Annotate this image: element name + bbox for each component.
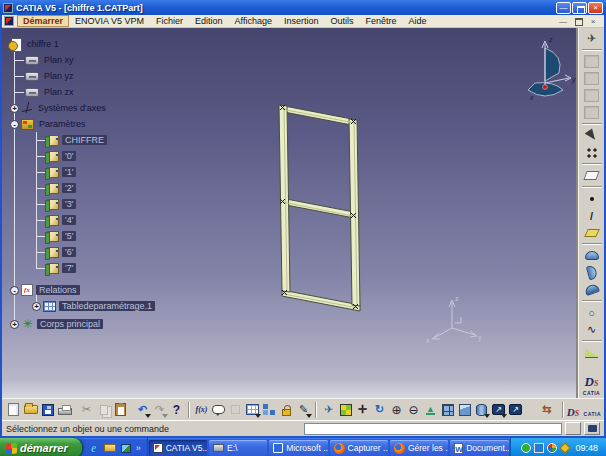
- taskbar-button-microsoft[interactable]: Microsoft ...: [269, 440, 327, 456]
- sketcher-icon[interactable]: [581, 167, 603, 184]
- swap-space-icon[interactable]: ⇆: [538, 401, 555, 419]
- help-icon[interactable]: ?: [168, 401, 185, 419]
- parameter-icon: [47, 247, 59, 258]
- disabled-tool-icon: [581, 53, 603, 70]
- tree-item-param-1[interactable]: '1': [8, 164, 155, 180]
- tree-item-relations[interactable]: - fx Relations: [8, 282, 155, 298]
- tree-item-plan-zx[interactable]: Plan zx: [8, 84, 155, 100]
- tray-security-icon[interactable]: [559, 442, 570, 453]
- paste-icon[interactable]: [112, 401, 129, 419]
- tree-item-param-6[interactable]: '6': [8, 244, 155, 260]
- tray-phone-icon[interactable]: [521, 443, 531, 453]
- tree-item-plan-yz[interactable]: Plan yz: [8, 68, 155, 84]
- print-icon[interactable]: [56, 401, 73, 419]
- folder-shortcut-icon[interactable]: [104, 442, 116, 454]
- fit-all-icon[interactable]: [337, 401, 354, 419]
- tree-item-param-2[interactable]: '2': [8, 180, 155, 196]
- taskbar-button-capturer[interactable]: Capturer ...: [330, 440, 388, 456]
- start-button[interactable]: démarrer: [0, 438, 82, 456]
- tree-item-param-7[interactable]: '7': [8, 260, 155, 276]
- taskbar-button-catia[interactable]: CATIA V5...: [149, 440, 207, 456]
- menu-insertion[interactable]: Insertion: [278, 16, 325, 26]
- expand-icon[interactable]: +: [32, 302, 41, 311]
- design-table-icon[interactable]: [244, 401, 261, 419]
- taskbar-button-explorer[interactable]: E:\: [209, 440, 267, 456]
- plane-tool-icon[interactable]: [581, 224, 603, 241]
- formula-icon[interactable]: f(x): [193, 401, 210, 419]
- show-desktop-icon[interactable]: [120, 442, 132, 454]
- fly-icon[interactable]: ✈: [320, 401, 337, 419]
- menu-edition[interactable]: Edition: [189, 16, 229, 26]
- mdi-restore-button[interactable]: [572, 17, 584, 26]
- internet-explorer-icon[interactable]: e: [88, 442, 100, 454]
- tray-network-icon[interactable]: [534, 443, 544, 453]
- zoom-in-icon[interactable]: ⊕: [388, 401, 405, 419]
- taskbar-button-gerer[interactable]: Gérer les ...: [390, 440, 448, 456]
- menu-aide[interactable]: Aide: [403, 16, 433, 26]
- tray-messenger-icon[interactable]: [547, 443, 557, 453]
- restore-button[interactable]: [572, 2, 587, 14]
- menu-enovia[interactable]: ENOVIA V5 VPM: [69, 16, 150, 26]
- render-style-icon[interactable]: [473, 401, 490, 419]
- tree-item-table-parametrage[interactable]: + Tabledeparamétrage.1: [8, 298, 155, 314]
- minimize-button[interactable]: —: [556, 2, 571, 14]
- multi-view-icon[interactable]: [439, 401, 456, 419]
- select-arrow-icon[interactable]: [581, 127, 603, 144]
- menu-affichage[interactable]: Affichage: [229, 16, 278, 26]
- rotate-icon[interactable]: ↻: [371, 401, 388, 419]
- quick-view-2-icon[interactable]: ↗: [507, 401, 524, 419]
- power-input-field[interactable]: [304, 423, 562, 435]
- mdi-close-button[interactable]: ×: [587, 17, 599, 26]
- open-icon[interactable]: [22, 401, 39, 419]
- fly-mode-icon[interactable]: ✈: [581, 30, 603, 47]
- tree-item-chiffre-1[interactable]: chiffre 1: [8, 36, 155, 52]
- undo-icon[interactable]: ↶: [134, 401, 151, 419]
- iso-view-icon[interactable]: [456, 401, 473, 419]
- expand-icon[interactable]: +: [10, 104, 19, 113]
- menu-demarrer[interactable]: Démarrer: [17, 15, 69, 27]
- normal-view-icon[interactable]: ▲: [422, 401, 439, 419]
- tree-item-parametres[interactable]: - Paramètres: [8, 116, 155, 132]
- tree-item-param-5[interactable]: '5': [8, 228, 155, 244]
- line-icon[interactable]: /: [581, 207, 603, 224]
- fill-surface-icon[interactable]: [581, 344, 603, 361]
- comment-icon[interactable]: [210, 401, 227, 419]
- knowledge-icon[interactable]: ✎: [295, 401, 312, 419]
- tree-item-plan-xy[interactable]: Plan xy: [8, 52, 155, 68]
- circle-icon[interactable]: ○: [581, 304, 603, 321]
- point-icon[interactable]: [581, 190, 603, 207]
- compass[interactable]: z y x: [528, 36, 576, 101]
- viewport-3d[interactable]: z y x z y x: [2, 28, 604, 398]
- status-bar: Sélectionnez un objet ou une commande: [2, 420, 604, 436]
- tree-item-param-3[interactable]: '3': [8, 196, 155, 212]
- tree-item-param-0[interactable]: '0': [8, 148, 155, 164]
- spline-icon[interactable]: ∿: [581, 321, 603, 338]
- taskbar-button-document[interactable]: W Document...: [450, 440, 508, 456]
- pan-icon[interactable]: ✛: [354, 401, 371, 419]
- quick-view-1-icon[interactable]: ↗: [490, 401, 507, 419]
- save-icon[interactable]: [39, 401, 56, 419]
- collapse-icon[interactable]: -: [10, 286, 19, 295]
- expand-icon[interactable]: +: [10, 320, 19, 329]
- menu-fichier[interactable]: Fichier: [150, 16, 189, 26]
- close-button[interactable]: ×: [588, 2, 603, 14]
- catalog-icon[interactable]: [261, 401, 278, 419]
- lock-icon[interactable]: [278, 401, 295, 419]
- revolve-surface-icon[interactable]: [581, 264, 603, 281]
- menu-outils[interactable]: Outils: [325, 16, 360, 26]
- mdi-minimize-button[interactable]: —: [557, 17, 569, 26]
- sketch-points-icon[interactable]: [581, 144, 603, 161]
- tree-item-corps-principal[interactable]: + ✳ Corps principal: [8, 316, 155, 332]
- catia-app-icon: [3, 3, 13, 13]
- sweep-surface-icon[interactable]: [581, 281, 603, 298]
- menu-fenetre[interactable]: Fenêtre: [360, 16, 403, 26]
- extrude-surface-icon[interactable]: [581, 247, 603, 264]
- quick-launch-more[interactable]: »: [136, 443, 141, 453]
- tree-item-chiffre-param[interactable]: CHIFFRE: [8, 132, 155, 148]
- tree-item-param-4[interactable]: '4': [8, 212, 155, 228]
- collapse-icon[interactable]: -: [10, 120, 19, 129]
- tree-item-systemes-daxes[interactable]: + Systèmes d'axes: [8, 100, 155, 116]
- capture-button[interactable]: [584, 422, 600, 435]
- new-document-icon[interactable]: [5, 401, 22, 419]
- zoom-out-icon[interactable]: ⊖: [405, 401, 422, 419]
